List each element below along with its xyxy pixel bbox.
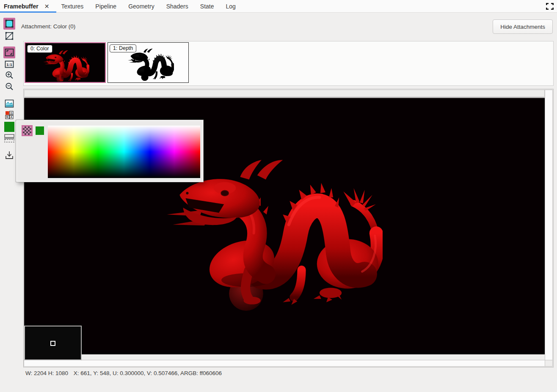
horizontal-scrollbar[interactable] bbox=[24, 360, 545, 367]
attachment-thumbnail-depth[interactable]: 1: Depth bbox=[108, 42, 189, 83]
active-tab-indicator bbox=[0, 11, 56, 13]
pixel-info: X: 661, Y: 548, U: 0.300000, V: 0.507466… bbox=[74, 370, 222, 376]
background-color-icon[interactable] bbox=[3, 121, 15, 133]
status-bar: W: 2204 H: 1080 X: 661, Y: 548, U: 0.300… bbox=[25, 370, 226, 376]
wireframe-icon[interactable] bbox=[3, 30, 15, 42]
color-gradient-field[interactable] bbox=[48, 126, 200, 178]
tab-state[interactable]: State bbox=[194, 0, 220, 13]
attachments-strip: 0: Color 1: Depth bbox=[23, 41, 554, 86]
tab-log[interactable]: Log bbox=[220, 0, 242, 13]
channels-rgba-icon[interactable]: GBA bbox=[3, 109, 15, 121]
tab-bar: Framebuffer ✕ Textures Pipeline Geometry… bbox=[0, 0, 557, 13]
tab-framebuffer-label: Framebuffer bbox=[4, 3, 39, 10]
svg-text:1:1: 1:1 bbox=[6, 62, 12, 67]
transparent-checker-swatch[interactable] bbox=[22, 125, 33, 136]
dragon-render-thumbnail bbox=[42, 49, 89, 82]
tab-framebuffer[interactable]: Framebuffer ✕ bbox=[0, 0, 55, 13]
background-image-icon[interactable] bbox=[3, 98, 15, 110]
texture-view-icon[interactable] bbox=[3, 18, 15, 30]
attachment-label: Attachment: Color (0) bbox=[21, 23, 75, 30]
attachment-badge: 1: Depth bbox=[110, 44, 136, 52]
fit-to-window-icon[interactable] bbox=[3, 47, 15, 58]
attachment-badge: 0: Color bbox=[27, 45, 52, 53]
svg-text:A: A bbox=[10, 115, 12, 118]
framebuffer-debugger-window: Framebuffer ✕ Textures Pipeline Geometry… bbox=[0, 0, 557, 392]
range-clamp-icon[interactable] bbox=[3, 132, 15, 144]
close-tab-icon[interactable]: ✕ bbox=[44, 3, 50, 9]
fullscreen-icon[interactable] bbox=[546, 3, 554, 10]
vertical-scrollbar[interactable] bbox=[545, 90, 553, 360]
tab-shaders[interactable]: Shaders bbox=[160, 0, 194, 13]
zoom-out-icon[interactable] bbox=[3, 81, 15, 93]
zoom-in-icon[interactable] bbox=[3, 69, 15, 81]
green-color-swatch[interactable] bbox=[36, 126, 44, 135]
actual-size-icon[interactable]: 1:1 bbox=[3, 58, 15, 70]
minimap-viewport-indicator[interactable] bbox=[50, 341, 55, 346]
save-image-icon[interactable] bbox=[3, 149, 15, 161]
svg-text:B: B bbox=[6, 115, 8, 118]
background-color-picker-popup bbox=[16, 120, 203, 182]
viewport-top-scrollbar[interactable] bbox=[24, 90, 545, 97]
svg-text:G: G bbox=[10, 112, 12, 115]
hide-attachments-button[interactable]: Hide Attachments bbox=[493, 19, 553, 34]
tab-textures[interactable]: Textures bbox=[55, 0, 89, 13]
tab-pipeline[interactable]: Pipeline bbox=[89, 0, 122, 13]
attachment-thumbnail-color[interactable]: 0: Color bbox=[25, 42, 106, 83]
tab-geometry[interactable]: Geometry bbox=[122, 0, 160, 13]
scrollbar-corner bbox=[545, 360, 553, 367]
image-size-info: W: 2204 H: 1080 bbox=[25, 370, 68, 376]
minimap-overview[interactable] bbox=[24, 326, 82, 360]
